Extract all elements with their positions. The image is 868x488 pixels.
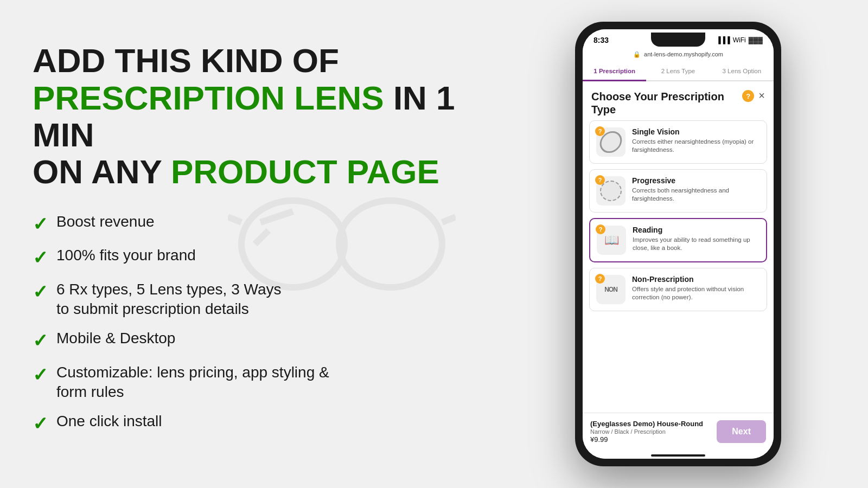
card-text-single-vision: Single Vision Corrects either nearsighte… [632, 127, 760, 154]
modal-help-badge[interactable]: ? [742, 90, 754, 102]
card-text-non-prescription: Non-Prescription Offers style and protec… [632, 275, 760, 301]
check-icon: ✓ [33, 329, 48, 352]
check-icon: ✓ [33, 212, 48, 236]
close-button[interactable]: × [758, 90, 765, 101]
feature-text: Customizable: lens pricing, app styling … [56, 363, 329, 402]
card-help-badge[interactable]: ? [595, 274, 605, 284]
product-name: (Eyeglasses Demo) House-Round [590, 420, 703, 428]
card-text-progressive: Progressive Corrects both nearsightednes… [632, 176, 760, 203]
card-title: Non-Prescription [632, 275, 760, 284]
lock-icon: 🔒 [633, 51, 641, 57]
battery-icon: ▓▓▓ [749, 36, 763, 44]
card-text-reading: Reading Improves your ability to read so… [633, 226, 760, 252]
rx-card-single-vision[interactable]: ? Single Vision Corrects either nearsigh… [589, 120, 767, 164]
feature-text: 100% fits your brand [56, 246, 196, 265]
product-variant: Narrow / Black / Prescription [590, 428, 703, 435]
feature-item: ✓ 6 Rx types, 5 Lens types, 3 Waysto sub… [33, 280, 456, 319]
check-icon: ✓ [33, 246, 48, 269]
check-icon: ✓ [33, 280, 48, 304]
tab-prescription[interactable]: 1 Prescription [583, 62, 646, 81]
card-description: Corrects both nearsightedness and farsig… [632, 187, 760, 203]
phone-screen: 8:33 ▐▐▐ WiFi ▓▓▓ 🔒 ant-lens-demo.myshop… [583, 29, 774, 459]
non-prescription-icon: NON [604, 286, 617, 293]
check-icon: ✓ [33, 412, 48, 435]
modal-header: Choose Your Prescription Type ? × [583, 81, 774, 120]
cards-container: ? Single Vision Corrects either nearsigh… [583, 120, 774, 413]
card-help-badge[interactable]: ? [595, 175, 605, 185]
status-time: 8:33 [593, 36, 609, 44]
card-help-badge[interactable]: ? [596, 224, 605, 234]
feature-text: 6 Rx types, 5 Lens types, 3 Waysto submi… [56, 280, 281, 319]
tab-lens-type[interactable]: 2 Lens Type [646, 62, 710, 80]
headline-line3-green: PRODUCT PAGE [171, 153, 439, 190]
card-title: Single Vision [632, 127, 760, 136]
feature-text: One click install [56, 412, 162, 431]
phone-mockup: 8:33 ▐▐▐ WiFi ▓▓▓ 🔒 ant-lens-demo.myshop… [575, 22, 781, 466]
features-list: ✓ Boost revenue ✓ 100% fits your brand ✓… [33, 212, 456, 445]
modal-content: Choose Your Prescription Type ? × ? Sing… [583, 81, 774, 413]
right-panel: 8:33 ▐▐▐ WiFi ▓▓▓ 🔒 ant-lens-demo.myshop… [488, 0, 868, 488]
card-description: Offers style and protection without visi… [632, 285, 760, 301]
status-icons: ▐▐▐ WiFi ▓▓▓ [716, 36, 763, 44]
rx-card-non-prescription[interactable]: ? NON Non-Prescription Offers style and … [589, 268, 767, 311]
left-panel: ADD THIS KIND OF PRESCRIPTION LENS IN 1 … [0, 0, 488, 488]
tab-lens-option[interactable]: 3 Lens Option [710, 62, 774, 80]
home-bar [651, 454, 705, 457]
feature-item: ✓ 100% fits your brand [33, 246, 456, 269]
url-text: ant-lens-demo.myshopify.com [644, 51, 723, 57]
product-price: ¥9.99 [590, 435, 703, 444]
headline-line2-green: PRESCRIPTION LENS [33, 79, 384, 117]
headline-line3-black: ON ANY [33, 153, 162, 190]
card-description: Corrects either nearsightedness (myopia)… [632, 138, 760, 154]
card-title: Progressive [632, 176, 760, 185]
feature-text: Boost revenue [56, 212, 155, 232]
next-button[interactable]: Next [717, 420, 766, 443]
feature-text: Mobile & Desktop [56, 329, 175, 348]
modal-title: Choose Your Prescription Type [591, 90, 738, 116]
rx-card-reading[interactable]: ? 📖 Reading Improves your ability to rea… [589, 218, 767, 262]
card-title: Reading [633, 226, 760, 234]
feature-item: ✓ Boost revenue [33, 212, 456, 236]
url-bar: 🔒 ant-lens-demo.myshopify.com [583, 49, 774, 62]
signal-icon: ▐▐▐ [716, 36, 730, 44]
reading-icon: 📖 [604, 233, 619, 247]
progress-tabs: 1 Prescription 2 Lens Type 3 Lens Option [583, 62, 774, 81]
check-icon: ✓ [33, 363, 48, 387]
card-description: Improves your ability to read something … [633, 236, 760, 252]
feature-item: ✓ Mobile & Desktop [33, 329, 456, 352]
feature-item: ✓ One click install [33, 412, 456, 435]
home-indicator [583, 450, 774, 459]
feature-item: ✓ Customizable: lens pricing, app stylin… [33, 363, 456, 402]
rx-card-progressive[interactable]: ? Progressive Corrects both nearsightedn… [589, 169, 767, 213]
headline: ADD THIS KIND OF PRESCRIPTION LENS IN 1 … [33, 42, 456, 190]
phone-footer: (Eyeglasses Demo) House-Round Narrow / B… [583, 413, 774, 450]
phone-notch [651, 33, 705, 47]
product-info: (Eyeglasses Demo) House-Round Narrow / B… [590, 420, 703, 444]
footer-row: (Eyeglasses Demo) House-Round Narrow / B… [590, 420, 766, 444]
headline-line1: ADD THIS KIND OF [33, 42, 339, 79]
wifi-icon: WiFi [733, 36, 746, 44]
